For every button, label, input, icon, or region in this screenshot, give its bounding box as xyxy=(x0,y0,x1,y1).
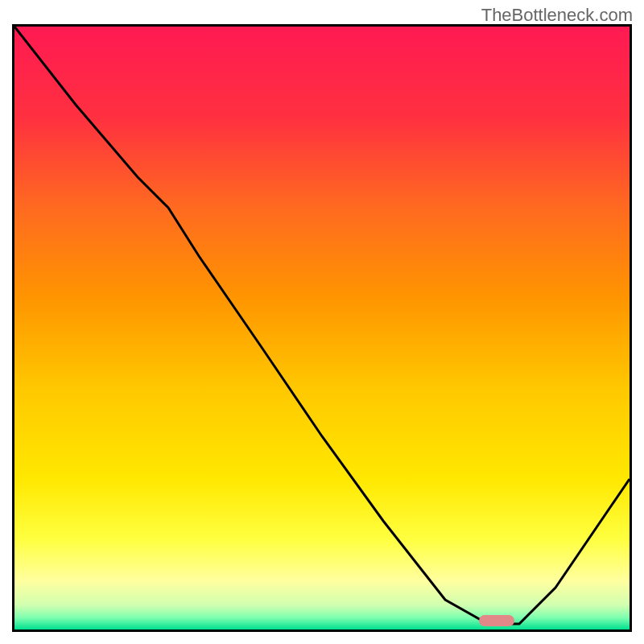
curve-line xyxy=(14,27,630,630)
optimal-marker xyxy=(479,615,514,626)
plot-area xyxy=(12,24,632,632)
bottleneck-chart: TheBottleneck.com xyxy=(0,0,644,644)
watermark-label: TheBottleneck.com xyxy=(481,5,633,26)
